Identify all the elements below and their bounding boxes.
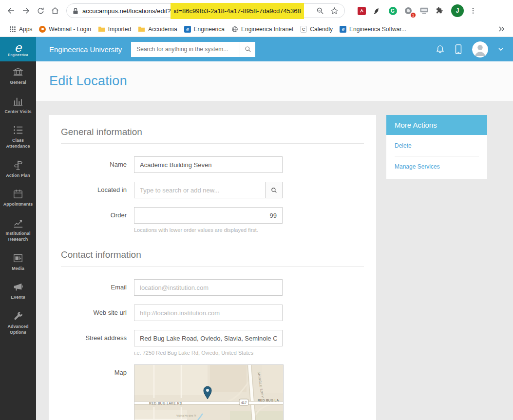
logo-text: Engineerica <box>8 53 28 57</box>
located-in-field-row: Located in <box>61 182 364 198</box>
sidebar-item-institutional-research[interactable]: Institutional Research <box>0 212 36 247</box>
bookmark-engineerica-software[interactable]: e Engineerica Softwar... <box>336 24 410 35</box>
bookmark-folder-imported[interactable]: Imported <box>95 24 134 35</box>
lock-icon <box>73 7 78 15</box>
delete-link[interactable]: Delete <box>395 142 479 149</box>
browser-toolbar: accucampus.net/locations/edit?id=86c99fb… <box>0 0 513 21</box>
notification-extension-icon[interactable]: 1 <box>403 6 413 16</box>
street-address-input[interactable] <box>134 330 283 346</box>
zoom-icon[interactable] <box>316 7 324 15</box>
bookmark-engineerica-intranet[interactable]: Engineerica Intranet <box>228 24 297 35</box>
global-search-input[interactable] <box>131 42 240 57</box>
sidebar-item-general[interactable]: General <box>0 61 36 91</box>
sidebar-item-appointments[interactable]: Appointments <box>0 183 36 212</box>
page-content: General information Name Located in <box>36 101 513 420</box>
kebab-menu-icon <box>469 7 477 15</box>
email-field-row: Email <box>61 279 364 296</box>
browser-profile-avatar[interactable]: J <box>451 4 464 17</box>
map-field-row: Map <box>61 364 364 420</box>
bookmark-folder-accudemia[interactable]: Accudemia <box>134 24 180 35</box>
back-icon <box>7 6 16 15</box>
map-road-right-label: RED BUG LA <box>258 399 279 402</box>
sidebar-item-action-plan[interactable]: Action Plan <box>0 154 36 184</box>
manage-services-link[interactable]: Manage Services <box>395 163 479 170</box>
website-input[interactable] <box>134 305 283 321</box>
global-search <box>131 42 255 57</box>
url-highlighted-id: id=86c99fb3-2a18-4a17-8958-7da9cd745368 <box>171 3 304 19</box>
sidebar-item-events[interactable]: Events <box>0 276 36 305</box>
home-icon <box>51 6 59 15</box>
name-input[interactable] <box>134 156 283 173</box>
acrobat-extension-icon[interactable] <box>357 6 366 16</box>
app-header: Engineerica University <box>36 37 513 61</box>
bookmarks-overflow-button[interactable] <box>495 24 507 34</box>
bookmark-webmail[interactable]: Webmail - Login <box>36 24 94 35</box>
apps-label: Apps <box>19 26 32 33</box>
media-icon <box>13 253 23 264</box>
more-actions-header: More Actions <box>386 115 487 135</box>
browser-menu-button[interactable] <box>466 3 480 18</box>
megaphone-icon <box>13 282 23 292</box>
extension-badge: 1 <box>410 12 416 18</box>
extensions-row: G 1 <box>357 6 444 16</box>
search-icon <box>271 187 277 193</box>
bookmark-calendly[interactable]: C Calendly <box>297 24 336 35</box>
order-field-row: Order Locations with lower order values … <box>61 207 364 233</box>
sidebar-nav: e Engineerica General Center Visits Clas… <box>0 37 36 420</box>
website-label: Web site url <box>61 305 134 321</box>
order-input[interactable] <box>134 207 283 224</box>
apps-grid-icon <box>9 26 16 33</box>
bar-chart-icon <box>13 96 23 107</box>
user-avatar[interactable] <box>472 41 488 57</box>
mobile-device-icon[interactable] <box>455 44 462 54</box>
chevron-down-icon[interactable] <box>498 48 503 51</box>
forward-button[interactable] <box>19 3 33 18</box>
map-minor-street-label: Vidina Hv-dint Pl <box>176 414 196 417</box>
name-label: Name <box>61 156 134 173</box>
located-in-search-button[interactable] <box>266 182 283 198</box>
sidebar-item-media[interactable]: Media <box>0 248 36 277</box>
grammarly-extension-icon[interactable]: G <box>388 6 398 16</box>
notifications-bell-icon[interactable] <box>436 44 445 54</box>
sidebar-item-class-attendance[interactable]: Class Attendance <box>0 119 36 154</box>
sidebar-item-advanced-options[interactable]: Advanced Options <box>0 305 36 340</box>
calendly-icon: C <box>300 26 307 33</box>
page-title-band: Edit Location <box>36 61 513 101</box>
refresh-button[interactable] <box>33 3 48 18</box>
extensions-puzzle-icon[interactable] <box>435 6 444 16</box>
url-text: accucampus.net/locations/edit?id=86c99fb… <box>82 3 304 19</box>
url-prefix: accucampus.net/locations/edit? <box>82 7 171 15</box>
contact-information-heading: Contact information <box>61 249 364 267</box>
back-button[interactable] <box>4 3 19 18</box>
search-icon <box>245 46 251 53</box>
map-highway-shield-label: 417 <box>241 401 247 404</box>
bookmark-engineerica[interactable]: e Engineerica <box>181 24 228 35</box>
apps-shortcut[interactable]: Apps <box>6 24 36 35</box>
map-image[interactable]: RED BUG LAKE RD RED BUG LA SHINGLE EXPY … <box>134 365 283 420</box>
logo-letter: e <box>15 42 22 53</box>
located-in-input[interactable] <box>134 182 266 198</box>
map-label: Map <box>61 364 134 420</box>
signpost-icon <box>13 160 23 171</box>
bookmark-star-icon[interactable] <box>330 7 339 15</box>
main-area: Engineerica University Edit Location <box>36 37 513 420</box>
engineerica-icon: e <box>340 26 346 33</box>
folder-icon <box>98 26 105 32</box>
address-bar[interactable]: accucampus.net/locations/edit?id=86c99fb… <box>66 3 345 18</box>
map-widget[interactable]: RED BUG LAKE RD RED BUG LA SHINGLE EXPY … <box>134 364 284 420</box>
globe-icon <box>231 26 238 33</box>
header-actions <box>436 41 503 57</box>
folder-icon <box>138 26 145 32</box>
home-button[interactable] <box>48 3 62 18</box>
email-input[interactable] <box>134 279 283 296</box>
map-road-main-label: RED BUG LAKE RD <box>149 401 182 405</box>
wrench-icon <box>13 311 23 322</box>
bank-icon <box>13 67 23 77</box>
global-search-button[interactable] <box>240 42 255 57</box>
screencast-extension-icon[interactable] <box>419 6 429 16</box>
ink-extension-icon[interactable] <box>372 6 382 16</box>
browser-chrome: accucampus.net/locations/edit?id=86c99fb… <box>0 0 513 37</box>
sidebar-item-center-visits[interactable]: Center Visits <box>0 91 36 120</box>
engineerica-logo[interactable]: e Engineerica <box>0 37 36 61</box>
website-field-row: Web site url <box>61 305 364 321</box>
